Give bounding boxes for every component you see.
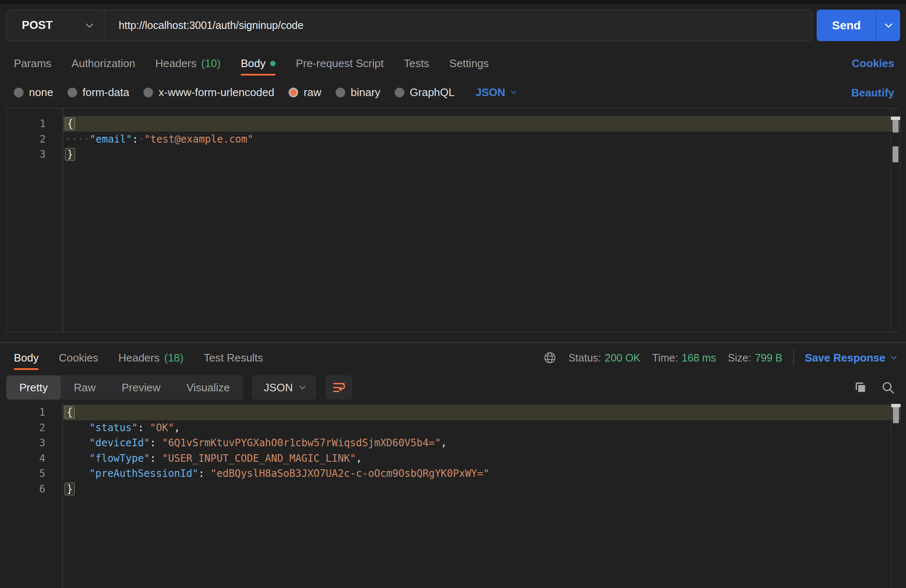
cookies-link[interactable]: Cookies <box>852 51 894 75</box>
radio-icon <box>395 88 404 97</box>
request-tab-tests[interactable]: Tests <box>404 51 430 75</box>
body-mode-label: form-data <box>83 86 129 99</box>
tab-label: Body <box>241 57 266 70</box>
radio-icon <box>289 88 298 97</box>
status-label: Status: <box>568 352 601 364</box>
code-line-content[interactable]: "status": "OK", <box>62 420 901 436</box>
code-token-ws <box>65 453 89 464</box>
tab-label: Pre-request Script <box>296 57 384 70</box>
line-number: 3 <box>7 147 62 162</box>
body-mode-form-data[interactable]: form-data <box>68 86 129 99</box>
code-line-content[interactable]: { <box>62 116 900 132</box>
wrap-lines-button[interactable] <box>325 375 352 400</box>
response-tab-test-results[interactable]: Test Results <box>204 346 263 370</box>
radio-icon <box>143 88 153 97</box>
request-language-dropdown[interactable]: JSON <box>476 86 516 99</box>
beautify-link[interactable]: Beautify <box>851 81 894 105</box>
view-mode-visualize[interactable]: Visualize <box>173 375 243 400</box>
line-number: 6 <box>6 481 62 497</box>
view-mode-preview[interactable]: Preview <box>109 375 173 400</box>
tab-label: Headers <box>155 57 196 70</box>
body-mode-label: none <box>29 86 53 99</box>
code-line-content[interactable]: "preAuthSessionId": "edBQyslH8aSoB3JXO7U… <box>62 466 901 481</box>
body-mode-raw[interactable]: raw <box>289 86 321 99</box>
response-tabs: BodyCookiesHeaders(18)Test Results <box>0 346 263 370</box>
response-code-area[interactable]: 1{2 "status": "OK",3 "deviceId": "6Q1vSr… <box>6 403 901 497</box>
code-line-content[interactable]: } <box>62 481 901 497</box>
chevron-down-icon <box>885 20 892 28</box>
code-token-pun: , <box>356 453 362 464</box>
tab-label: Headers <box>118 351 159 364</box>
request-body-editor[interactable]: 1{2····"email":·"test@example.com"3} <box>6 108 901 332</box>
copy-response-button[interactable] <box>853 380 868 395</box>
code-line-content[interactable]: } <box>62 147 900 162</box>
request-code-area[interactable]: 1{2····"email":·"test@example.com"3} <box>7 109 900 162</box>
chevron-down-icon <box>511 88 517 94</box>
response-language-dropdown[interactable]: JSON <box>252 375 316 400</box>
tab-label: Test Results <box>204 351 263 364</box>
code-line-content[interactable]: ····"email":·"test@example.com" <box>62 132 900 147</box>
body-mode-label: raw <box>304 86 321 99</box>
send-button-main[interactable]: Send <box>817 10 877 41</box>
code-line-6: 6} <box>6 481 901 497</box>
request-tabs: ParamsAuthorizationHeaders(10)BodyPre-re… <box>0 51 489 75</box>
body-mode-binary[interactable]: binary <box>336 86 380 99</box>
code-line-content[interactable]: "flowType": "USER_INPUT_CODE_AND_MAGIC_L… <box>62 451 901 466</box>
code-token-pun: , <box>174 422 180 434</box>
request-language-label: JSON <box>476 86 505 99</box>
response-meta: Status: 200 OK Time: 168 ms Size: 799 B … <box>543 346 896 370</box>
response-body-editor[interactable]: 1{2 "status": "OK",3 "deviceId": "6Q1vSr… <box>6 403 901 588</box>
time-field: Time: 168 ms <box>652 352 716 364</box>
code-line-content[interactable]: "deviceId": "6Q1vSrmKtuvPYGXahO0r1cbw57r… <box>62 435 901 451</box>
url-input[interactable] <box>104 10 812 41</box>
view-mode-pretty[interactable]: Pretty <box>6 375 61 400</box>
save-response-label: Save Response <box>805 351 885 364</box>
status-field: Status: 200 OK <box>568 352 640 364</box>
code-token-match: } <box>65 483 75 495</box>
scrollbar-marker <box>893 146 898 162</box>
code-token-pun: , <box>441 437 447 449</box>
request-tab-settings[interactable]: Settings <box>449 51 489 75</box>
body-mode-none[interactable]: none <box>14 86 53 99</box>
scrollbar-cap <box>891 404 901 407</box>
search-response-button[interactable] <box>881 380 895 395</box>
tab-label: Settings <box>449 57 489 70</box>
request-editor-scrollbar <box>890 109 900 332</box>
tab-label: Cookies <box>59 351 98 364</box>
size-value: 799 B <box>755 352 782 364</box>
tab-label: Body <box>14 351 39 364</box>
response-tab-cookies[interactable]: Cookies <box>59 346 98 370</box>
request-tab-headers[interactable]: Headers(10) <box>155 51 221 75</box>
code-token-str: "edBQyslH8aSoB3JXO7UA2c-c-oOcm9OsbQRgYK0… <box>211 468 489 479</box>
body-mode-graphql[interactable]: GraphQL <box>395 86 455 99</box>
tab-count-badge: (18) <box>164 351 183 364</box>
save-response-button[interactable]: Save Response <box>805 351 896 364</box>
meta-divider <box>793 350 794 366</box>
code-token-key: "preAuthSessionId" <box>89 468 198 479</box>
method-label: POST <box>22 19 53 32</box>
response-tab-headers[interactable]: Headers(18) <box>118 346 184 370</box>
code-token-pun: : <box>198 468 211 479</box>
method-dropdown[interactable]: POST <box>7 10 104 41</box>
request-tab-body[interactable]: Body <box>241 51 276 75</box>
send-options-button[interactable] <box>877 10 900 41</box>
scrollbar-thumb[interactable] <box>893 407 899 423</box>
postman-request-window: { "colors": { "accent_orange": "#ff6c37"… <box>0 0 906 588</box>
view-mode-raw[interactable]: Raw <box>61 375 109 400</box>
code-line-content[interactable]: { <box>62 405 901 420</box>
send-button[interactable]: Send <box>817 10 900 41</box>
network-info-button[interactable] <box>543 351 557 364</box>
request-url-bar: POST <box>6 10 812 41</box>
scrollbar-thumb[interactable] <box>893 120 898 133</box>
code-token-str: "USER_INPUT_CODE_AND_MAGIC_LINK" <box>162 453 356 464</box>
request-tab-params[interactable]: Params <box>14 51 52 75</box>
cookies-link-label: Cookies <box>852 57 894 70</box>
request-tab-authorization[interactable]: Authorization <box>72 51 135 75</box>
body-mode-x-www-form-urlencoded[interactable]: x-www-form-urlencoded <box>143 86 274 99</box>
code-line-1: 1{ <box>7 116 900 132</box>
code-token-key: "status" <box>89 422 138 434</box>
code-line-5: 5 "preAuthSessionId": "edBQyslH8aSoB3JXO… <box>6 466 901 481</box>
response-tab-body[interactable]: Body <box>14 346 39 370</box>
code-token-match: { <box>65 117 75 130</box>
request-tab-pre-request-script[interactable]: Pre-request Script <box>296 51 384 75</box>
